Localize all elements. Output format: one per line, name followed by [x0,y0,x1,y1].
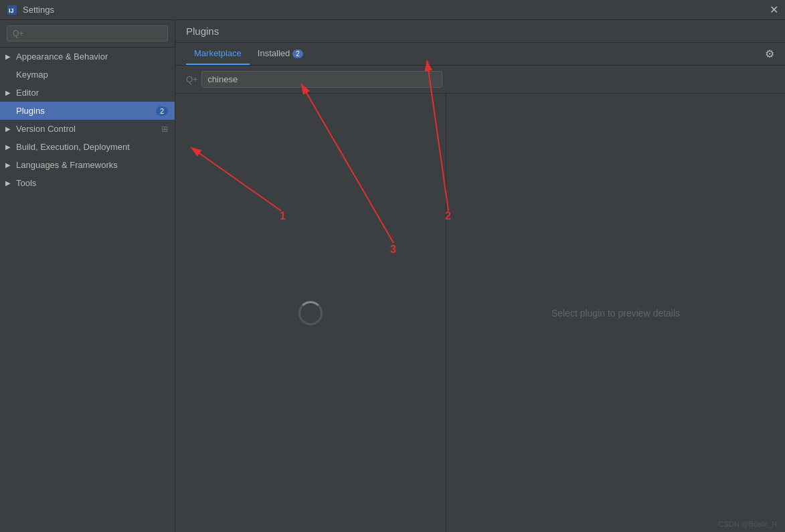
plugin-body: Select plugin to preview details [175,94,785,532]
sidebar: ▶Appearance & Behavior Keymap▶Editor Plu… [0,20,175,532]
search-prefix-icon: Q+ [186,74,198,84]
tabs-bar: MarketplaceInstalled2 ⚙ [175,43,785,66]
sidebar-item-label: Build, Execution, Deployment [16,142,130,152]
footer-text: CSDN @Boale_H [718,520,777,528]
window-title: Settings [23,5,54,15]
sidebar-item-keymap[interactable]: Keymap [0,66,175,84]
sidebar-item-label: Keymap [16,70,48,80]
plugins-header: Plugins [175,20,785,43]
svg-text:IJ: IJ [9,7,14,14]
plugin-search-bar: Q+ [175,66,785,94]
sidebar-item-badge: 2 [156,106,168,116]
loading-spinner [298,301,323,325]
sidebar-search-container [0,20,175,48]
tabs-container: MarketplaceInstalled2 [186,43,765,65]
arrow-icon: ▶ [5,161,13,169]
plugins-title: Plugins [186,25,219,37]
main-layout: ▶Appearance & Behavior Keymap▶Editor Plu… [0,20,785,532]
plugin-preview: Select plugin to preview details [446,94,785,532]
tab-badge: 2 [292,50,303,58]
close-button[interactable]: ✕ [770,5,778,15]
plugin-list [175,94,446,532]
sidebar-item-label: Editor [16,88,39,98]
sidebar-item-label: Version Control [16,124,76,134]
preview-text: Select plugin to preview details [551,308,680,319]
tab-label: Installed [258,48,290,58]
arrow-placeholder [5,71,13,78]
sidebar-item-appearance[interactable]: ▶Appearance & Behavior [0,48,175,66]
arrow-icon: ▶ [5,143,13,151]
arrow-icon: ▶ [5,179,13,187]
plugin-search-input[interactable] [201,71,442,88]
sidebar-item-label: Appearance & Behavior [16,52,108,62]
sidebar-item-label: Plugins [16,106,45,116]
arrow-placeholder [5,107,13,114]
title-bar: IJ Settings ✕ [0,0,785,20]
content-area: Plugins MarketplaceInstalled2 ⚙ Q+ Selec… [175,20,785,532]
sidebar-search-input[interactable] [7,25,168,41]
tab-label: Marketplace [194,48,242,58]
sidebar-item-plugins[interactable]: Plugins2 [0,102,175,120]
sidebar-item-languages[interactable]: ▶Languages & Frameworks [0,156,175,174]
sidebar-item-build[interactable]: ▶Build, Execution, Deployment [0,138,175,156]
app-icon: IJ [7,5,17,15]
sidebar-item-label: Languages & Frameworks [16,160,118,170]
sidebar-items-list: ▶Appearance & Behavior Keymap▶Editor Plu… [0,48,175,192]
tab-marketplace[interactable]: Marketplace [186,43,250,65]
tab-installed[interactable]: Installed2 [250,43,311,65]
settings-icon[interactable]: ⚙ [765,48,774,60]
arrow-icon: ▶ [5,53,13,60]
sidebar-item-editor[interactable]: ▶Editor [0,84,175,102]
sidebar-item-label: Tools [16,178,36,188]
arrow-icon: ▶ [5,125,13,132]
arrow-icon: ▶ [5,89,13,96]
sidebar-item-icon-right: ⊞ [161,124,168,134]
sidebar-item-tools[interactable]: ▶Tools [0,174,175,192]
footer: CSDN @Boale_H [718,520,777,528]
sidebar-item-version-control[interactable]: ▶Version Control⊞ [0,120,175,138]
